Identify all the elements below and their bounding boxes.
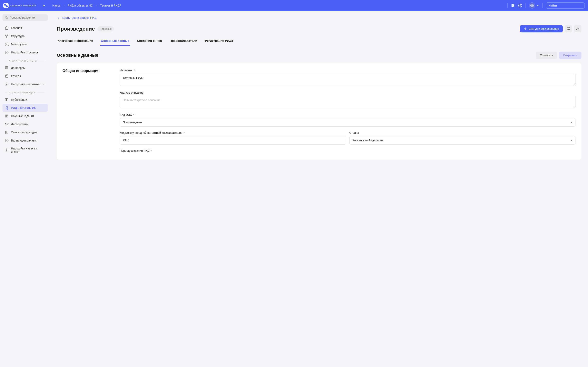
svg-point-5 — [513, 5, 514, 6]
org-icon — [5, 34, 9, 38]
sidebar-search[interactable] — [2, 14, 48, 21]
page-header: Произведение Черновик Статус и согласова… — [57, 25, 581, 33]
sidebar-item-home[interactable]: Главная — [2, 24, 48, 32]
breadcrumb-item-2[interactable]: Тестовый РИД7 — [100, 4, 121, 7]
svg-point-10 — [531, 4, 533, 7]
sidebar-section-science: Наука и инновации — [2, 89, 48, 96]
status-button[interactable]: Статус и согласование — [520, 25, 563, 33]
page-title: Произведение — [57, 26, 95, 32]
sidebar-item-label: Мои группы — [11, 43, 26, 46]
chevron-down-icon — [43, 83, 45, 86]
sidebar-item-science-settings[interactable]: Настройки научных инстр. — [2, 145, 48, 155]
tab-registration[interactable]: Регистрация РИДа — [204, 37, 234, 46]
breadcrumb: Наука РИД и объекты ИС Тестовый РИД7 — [52, 4, 121, 7]
svg-point-4 — [512, 4, 512, 5]
svg-point-25 — [6, 84, 7, 85]
grad-icon — [5, 122, 9, 126]
name-label: Название * — [120, 69, 576, 72]
user-menu[interactable] — [529, 2, 539, 8]
country-label: Страна — [349, 131, 576, 134]
books-icon — [5, 114, 9, 118]
list-icon — [5, 131, 9, 134]
app-header: Sechenov University Наука РИД и объекты … — [0, 0, 588, 11]
svg-point-19 — [6, 43, 7, 44]
group-icon — [5, 42, 9, 46]
period-label: Период создания РИД * — [120, 149, 576, 152]
sidebar-item-structure[interactable]: Структура — [2, 32, 48, 40]
tab-rid-info[interactable]: Сведения о РИД — [136, 37, 163, 46]
svg-point-6 — [512, 6, 513, 7]
global-search[interactable] — [546, 2, 585, 8]
sidebar-section-analytics: Аналитика и отчеты — [2, 57, 48, 64]
tab-main-data[interactable]: Основные данные — [100, 37, 130, 46]
divider — [507, 3, 508, 8]
svg-point-33 — [6, 140, 7, 141]
back-link[interactable]: Вернуться в список РИД — [57, 16, 96, 19]
sidebar-search-input[interactable] — [9, 16, 45, 19]
back-link-label: Вернуться в список РИД — [62, 16, 96, 19]
sidebar-item-literature[interactable]: Списки литературы — [2, 128, 48, 136]
breadcrumb-item-1[interactable]: РИД и объекты ИС — [68, 4, 93, 7]
breadcrumb-item-0[interactable]: Наука — [52, 4, 60, 7]
status-badge: Черновик — [97, 26, 114, 31]
sidebar-item-validation[interactable]: Валидация данных — [2, 137, 48, 144]
sidebar-item-dashboards[interactable]: Дашборды — [2, 64, 48, 72]
download-button[interactable] — [574, 25, 581, 33]
sidebar-item-label: Публикации — [11, 98, 27, 101]
book-icon — [5, 98, 9, 101]
sidebar-item-analytics-settings[interactable]: Настройки аналитики — [2, 80, 48, 88]
form-card: Общая информация Название * Тестовый РИД… — [57, 63, 581, 160]
section-header: Основные данные Отменить Сохранить — [57, 52, 581, 59]
chevron-right-icon — [63, 4, 65, 7]
sidebar-item-journals[interactable]: Научные издания — [2, 112, 48, 120]
logo-icon — [3, 3, 9, 8]
sidebar-item-label: Настройки аналитики — [11, 83, 40, 86]
name-input[interactable]: Тестовый РИД7 — [120, 74, 576, 86]
gear-icon — [5, 82, 9, 86]
award-icon — [5, 106, 9, 110]
tab-key-info[interactable]: Ключевая информация — [57, 37, 94, 46]
status-button-label: Статус и согласование — [528, 27, 559, 30]
sidebar-item-structure-settings[interactable]: Настройки структуры — [2, 49, 48, 56]
sidebar-item-reports[interactable]: Отчеты — [2, 72, 48, 80]
svg-rect-27 — [5, 115, 6, 117]
sidebar-item-label: Дашборды — [11, 66, 25, 69]
logo[interactable]: Sechenov University — [3, 3, 36, 8]
cancel-button[interactable]: Отменить — [536, 52, 557, 59]
search-icon — [5, 16, 8, 19]
sidebar-item-label: Списки литературы — [11, 131, 37, 134]
svg-point-20 — [6, 52, 7, 53]
header-actions — [507, 2, 585, 8]
chevron-down-icon — [536, 4, 539, 7]
divider — [526, 3, 526, 8]
save-button[interactable]: Сохранить — [559, 52, 581, 59]
svg-line-0 — [43, 6, 43, 7]
code-label: Код международной патентной классификаци… — [120, 131, 346, 134]
home-icon — [5, 26, 9, 30]
comment-button[interactable] — [565, 25, 572, 33]
code-input[interactable] — [120, 136, 346, 145]
settings-icon[interactable] — [511, 3, 515, 8]
sidebar-item-dissertations[interactable]: Диссертации — [2, 120, 48, 128]
global-search-input[interactable] — [549, 4, 584, 7]
desc-input[interactable] — [120, 96, 576, 108]
comment-icon — [567, 27, 570, 31]
sidebar-item-groups[interactable]: Мои группы — [2, 40, 48, 48]
help-icon[interactable] — [518, 3, 522, 8]
bolt-icon — [524, 27, 527, 30]
main-content: Вернуться в список РИД Произведение Черн… — [50, 11, 588, 165]
desc-label: Краткое описание — [120, 91, 576, 94]
pin-icon[interactable] — [42, 4, 46, 7]
sidebar-item-label: Диссертации — [11, 123, 28, 126]
gear-icon — [5, 139, 9, 142]
svg-point-16 — [5, 35, 6, 36]
country-select[interactable]: Российская Федерация — [349, 136, 576, 145]
type-select[interactable]: Произведение — [120, 118, 576, 127]
sidebar-item-label: Научные издания — [11, 114, 35, 118]
gear-icon — [5, 148, 9, 152]
sidebar-item-publications[interactable]: Публикации — [2, 96, 48, 104]
sidebar-item-label: Валидация данных — [11, 139, 36, 142]
sidebar-item-rid[interactable]: РИД и объекты ИС — [2, 104, 48, 112]
gear-icon — [5, 50, 9, 54]
tab-rightsholders[interactable]: Правообладатели — [169, 37, 198, 46]
